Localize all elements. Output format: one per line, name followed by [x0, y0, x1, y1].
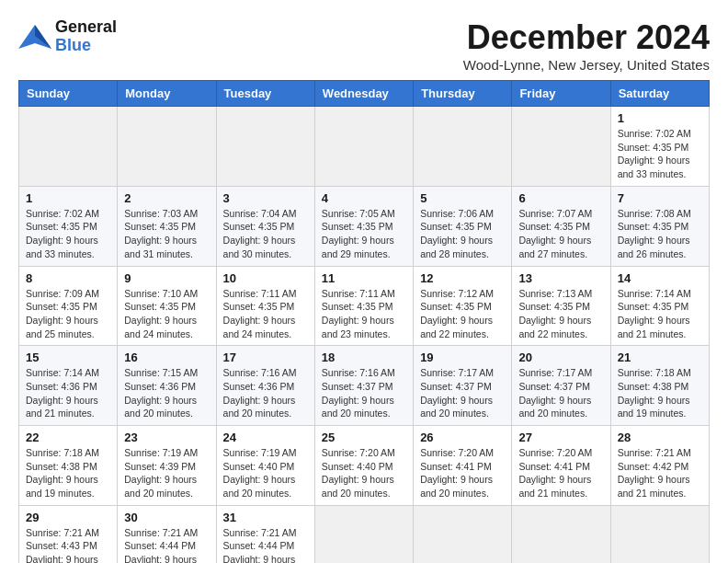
day-number: 9: [124, 271, 209, 285]
day-info: Sunrise: 7:15 AMSunset: 4:36 PMDaylight:…: [124, 366, 209, 420]
day-number: 26: [420, 431, 505, 444]
calendar-cell: 18Sunrise: 7:16 AMSunset: 4:37 PMDayligh…: [314, 346, 413, 426]
page-header: General Blue December 2024 Wood-Lynne, N…: [18, 18, 710, 73]
day-info: Sunrise: 7:04 AMSunset: 4:35 PMDaylight:…: [223, 207, 308, 261]
day-of-week-header: Saturday: [610, 81, 709, 107]
day-info: Sunrise: 7:02 AMSunset: 4:35 PMDaylight:…: [618, 127, 702, 181]
calendar-week-row: 1Sunrise: 7:02 AMSunset: 4:35 PMDaylight…: [19, 107, 710, 187]
calendar-cell: 14Sunrise: 7:14 AMSunset: 4:35 PMDayligh…: [610, 266, 709, 346]
day-number: 21: [618, 350, 702, 364]
day-info: Sunrise: 7:21 AMSunset: 4:42 PMDaylight:…: [618, 446, 702, 500]
logo-icon: [18, 23, 51, 51]
day-of-week-header: Friday: [512, 81, 610, 107]
day-of-week-header: Monday: [118, 81, 216, 107]
day-number: 29: [26, 511, 110, 524]
calendar-cell: 15Sunrise: 7:14 AMSunset: 4:36 PMDayligh…: [19, 346, 118, 426]
day-info: Sunrise: 7:20 AMSunset: 4:41 PMDaylight:…: [420, 446, 505, 500]
day-info: Sunrise: 7:17 AMSunset: 4:37 PMDaylight:…: [518, 366, 603, 420]
calendar-cell: 27Sunrise: 7:20 AMSunset: 4:41 PMDayligh…: [512, 426, 610, 506]
title-block: December 2024 Wood-Lynne, New Jersey, Un…: [463, 18, 710, 73]
day-number: 16: [124, 350, 209, 364]
day-info: Sunrise: 7:03 AMSunset: 4:35 PMDaylight:…: [124, 207, 209, 261]
day-info: Sunrise: 7:05 AMSunset: 4:35 PMDaylight:…: [322, 207, 406, 261]
calendar-cell: [512, 505, 610, 563]
day-info: Sunrise: 7:17 AMSunset: 4:37 PMDaylight:…: [420, 366, 505, 420]
calendar-cell: [414, 107, 512, 187]
calendar-cell: [414, 505, 512, 563]
day-info: Sunrise: 7:21 AMSunset: 4:44 PMDaylight:…: [223, 526, 308, 563]
calendar-cell: 3Sunrise: 7:04 AMSunset: 4:35 PMDaylight…: [216, 186, 314, 266]
day-info: Sunrise: 7:21 AMSunset: 4:43 PMDaylight:…: [26, 526, 110, 563]
day-info: Sunrise: 7:09 AMSunset: 4:35 PMDaylight:…: [26, 287, 110, 341]
day-number: 24: [223, 431, 308, 444]
day-number: 23: [124, 431, 209, 444]
day-info: Sunrise: 7:11 AMSunset: 4:35 PMDaylight:…: [322, 287, 406, 341]
logo: General Blue: [18, 18, 117, 55]
day-number: 5: [420, 191, 505, 205]
calendar-cell: 31Sunrise: 7:21 AMSunset: 4:44 PMDayligh…: [216, 505, 314, 563]
calendar-cell: 6Sunrise: 7:07 AMSunset: 4:35 PMDaylight…: [512, 186, 610, 266]
day-number: 19: [420, 350, 505, 364]
day-info: Sunrise: 7:16 AMSunset: 4:37 PMDaylight:…: [322, 366, 406, 420]
calendar-cell: [610, 505, 709, 563]
day-info: Sunrise: 7:14 AMSunset: 4:35 PMDaylight:…: [618, 287, 702, 341]
calendar-cell: [19, 107, 118, 187]
location-title: Wood-Lynne, New Jersey, United States: [463, 57, 710, 73]
day-number: 11: [322, 271, 406, 285]
calendar-cell: 11Sunrise: 7:11 AMSunset: 4:35 PMDayligh…: [314, 266, 413, 346]
calendar-cell: [314, 505, 413, 563]
calendar-cell: 26Sunrise: 7:20 AMSunset: 4:41 PMDayligh…: [414, 426, 512, 506]
day-of-week-header: Sunday: [19, 81, 118, 107]
day-info: Sunrise: 7:14 AMSunset: 4:36 PMDaylight:…: [26, 366, 110, 420]
day-number: 1: [26, 191, 110, 205]
calendar-cell: 16Sunrise: 7:15 AMSunset: 4:36 PMDayligh…: [118, 346, 216, 426]
calendar-cell: 7Sunrise: 7:08 AMSunset: 4:35 PMDaylight…: [610, 186, 709, 266]
calendar-cell: 21Sunrise: 7:18 AMSunset: 4:38 PMDayligh…: [610, 346, 709, 426]
day-number: 30: [124, 511, 209, 524]
day-number: 8: [26, 271, 110, 285]
day-number: 14: [618, 271, 702, 285]
calendar-cell: 29Sunrise: 7:21 AMSunset: 4:43 PMDayligh…: [19, 505, 118, 563]
calendar-cell: 5Sunrise: 7:06 AMSunset: 4:35 PMDaylight…: [414, 186, 512, 266]
calendar-header-row: SundayMondayTuesdayWednesdayThursdayFrid…: [19, 81, 710, 107]
calendar-week-row: 1Sunrise: 7:02 AMSunset: 4:35 PMDaylight…: [19, 186, 710, 266]
calendar-cell: 12Sunrise: 7:12 AMSunset: 4:35 PMDayligh…: [414, 266, 512, 346]
day-number: 31: [223, 511, 308, 524]
day-info: Sunrise: 7:18 AMSunset: 4:38 PMDaylight:…: [618, 366, 702, 420]
calendar-week-row: 15Sunrise: 7:14 AMSunset: 4:36 PMDayligh…: [19, 346, 710, 426]
calendar-week-row: 8Sunrise: 7:09 AMSunset: 4:35 PMDaylight…: [19, 266, 710, 346]
calendar-cell: [512, 107, 610, 187]
calendar-week-row: 29Sunrise: 7:21 AMSunset: 4:43 PMDayligh…: [19, 505, 710, 563]
calendar-cell: 8Sunrise: 7:09 AMSunset: 4:35 PMDaylight…: [19, 266, 118, 346]
day-number: 20: [518, 350, 603, 364]
day-info: Sunrise: 7:08 AMSunset: 4:35 PMDaylight:…: [618, 207, 702, 261]
day-number: 4: [322, 191, 406, 205]
day-info: Sunrise: 7:11 AMSunset: 4:35 PMDaylight:…: [223, 287, 308, 341]
day-info: Sunrise: 7:20 AMSunset: 4:41 PMDaylight:…: [518, 446, 603, 500]
day-number: 6: [518, 191, 603, 205]
day-number: 13: [518, 271, 603, 285]
day-of-week-header: Thursday: [414, 81, 512, 107]
day-number: 12: [420, 271, 505, 285]
calendar-cell: 4Sunrise: 7:05 AMSunset: 4:35 PMDaylight…: [314, 186, 413, 266]
day-info: Sunrise: 7:21 AMSunset: 4:44 PMDaylight:…: [124, 526, 209, 563]
calendar-cell: 23Sunrise: 7:19 AMSunset: 4:39 PMDayligh…: [118, 426, 216, 506]
day-info: Sunrise: 7:13 AMSunset: 4:35 PMDaylight:…: [518, 287, 603, 341]
calendar-cell: 22Sunrise: 7:18 AMSunset: 4:38 PMDayligh…: [19, 426, 118, 506]
day-number: 28: [618, 431, 702, 444]
calendar-cell: 2Sunrise: 7:03 AMSunset: 4:35 PMDaylight…: [118, 186, 216, 266]
calendar-cell: 19Sunrise: 7:17 AMSunset: 4:37 PMDayligh…: [414, 346, 512, 426]
day-of-week-header: Tuesday: [216, 81, 314, 107]
day-info: Sunrise: 7:02 AMSunset: 4:35 PMDaylight:…: [26, 207, 110, 261]
calendar-cell: [118, 107, 216, 187]
calendar-cell: 24Sunrise: 7:19 AMSunset: 4:40 PMDayligh…: [216, 426, 314, 506]
calendar-cell: 1Sunrise: 7:02 AMSunset: 4:35 PMDaylight…: [19, 186, 118, 266]
day-info: Sunrise: 7:19 AMSunset: 4:40 PMDaylight:…: [223, 446, 308, 500]
calendar-week-row: 22Sunrise: 7:18 AMSunset: 4:38 PMDayligh…: [19, 426, 710, 506]
day-number: 25: [322, 431, 406, 444]
day-info: Sunrise: 7:07 AMSunset: 4:35 PMDaylight:…: [518, 207, 603, 261]
day-number: 18: [322, 350, 406, 364]
day-number: 27: [518, 431, 603, 444]
calendar-cell: 17Sunrise: 7:16 AMSunset: 4:36 PMDayligh…: [216, 346, 314, 426]
calendar-cell: 9Sunrise: 7:10 AMSunset: 4:35 PMDaylight…: [118, 266, 216, 346]
